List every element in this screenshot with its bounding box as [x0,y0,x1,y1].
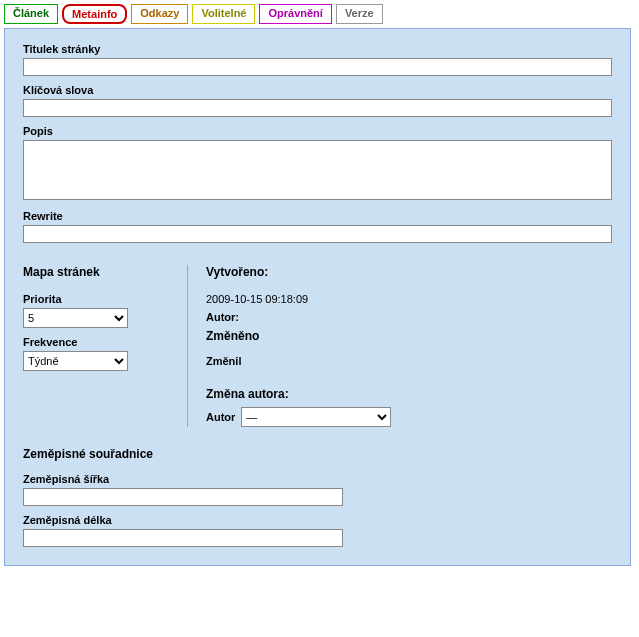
frekvence-select[interactable]: Týdně [23,351,128,371]
delka-input[interactable] [23,529,343,547]
tab-metainfo[interactable]: Metainfo [62,4,127,24]
metainfo-panel: Titulek stránky Klíčová slova Popis Rewr… [4,28,631,566]
frekvence-label: Frekvence [23,336,163,348]
tab-odkazy[interactable]: Odkazy [131,4,188,24]
rewrite-label: Rewrite [23,210,612,222]
geo-head: Zeměpisné souřadnice [23,447,612,461]
popis-label: Popis [23,125,612,137]
tabs-bar: Článek Metainfo Odkazy Volitelné Oprávně… [2,2,637,24]
tab-opravneni[interactable]: Oprávnění [259,4,331,24]
vytvoreno-label: Vytvořeno: [206,265,612,279]
tab-verze[interactable]: Verze [336,4,383,24]
sirka-input[interactable] [23,488,343,506]
zmeneno-label: Změněno [206,329,612,343]
zmena-autora-label: Změna autora: [206,387,612,401]
vytvoreno-value: 2009-10-15 09:18:09 [206,293,612,305]
sitemap-head: Mapa stránek [23,265,163,279]
priorita-label: Priorita [23,293,163,305]
sirka-label: Zeměpisná šířka [23,473,612,485]
autor-label: Autor: [206,311,612,323]
autor-select[interactable]: — [241,407,391,427]
tab-volitelne[interactable]: Volitelné [192,4,255,24]
delka-label: Zeměpisná délka [23,514,612,526]
titulek-input[interactable] [23,58,612,76]
klicova-input[interactable] [23,99,612,117]
tab-clanek[interactable]: Článek [4,4,58,24]
sitemap-section: Mapa stránek Priorita 5 Frekvence Týdně [23,265,163,427]
popis-textarea[interactable] [23,140,612,200]
geo-section: Zeměpisné souřadnice Zeměpisná šířka Zem… [23,447,612,547]
autor-field-label: Autor [206,411,235,423]
priorita-select[interactable]: 5 [23,308,128,328]
titulek-label: Titulek stránky [23,43,612,55]
zmenil-label: Změnil [206,355,612,367]
klicova-label: Klíčová slova [23,84,612,96]
meta-section: Vytvořeno: 2009-10-15 09:18:09 Autor: Zm… [187,265,612,427]
rewrite-input[interactable] [23,225,612,243]
